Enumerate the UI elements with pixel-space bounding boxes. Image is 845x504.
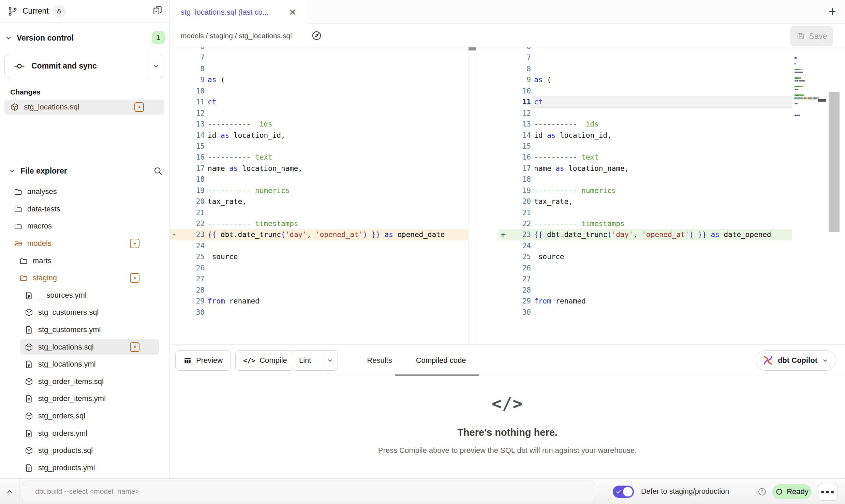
code-line-10[interactable]: 10 [499, 86, 792, 97]
code-line-25[interactable]: 25 source [499, 251, 792, 262]
code-line-30[interactable]: 30 [499, 307, 792, 318]
code-line-10[interactable]: 10 [170, 86, 475, 97]
code-line-16[interactable]: 16---------- text [170, 152, 475, 163]
diff-panel-original[interactable]: 6789as (1011ct1213---------- ids14id as … [170, 47, 475, 345]
file-row-models[interactable]: models [0, 235, 164, 252]
tab-compiled-code[interactable]: Compiled code [402, 345, 480, 376]
code-line-18[interactable]: 18 [170, 174, 475, 185]
code-line-30[interactable]: 30 [170, 307, 475, 318]
code-line-28[interactable]: 28 [170, 285, 475, 296]
code-line-8[interactable]: 8 [499, 63, 792, 74]
file-row-stg-products-yml[interactable]: stg_products.yml [0, 459, 164, 477]
expand-panel-chevron-up-icon[interactable] [5, 487, 14, 496]
code-line-9[interactable]: 9as ( [499, 74, 792, 85]
help-icon[interactable]: ? [757, 487, 767, 496]
file-row-stg-orders-yml[interactable]: stg_orders.yml [0, 425, 164, 442]
file-row-analyses[interactable]: analyses [0, 183, 164, 201]
window-scrollbar-thumb[interactable] [829, 92, 840, 232]
code-line-28[interactable]: 28 [499, 285, 792, 296]
file-row-stg-order-items-yml[interactable]: stg_order_items.yml [0, 390, 164, 407]
commit-and-sync-button[interactable]: Commit and sync [5, 54, 148, 78]
close-tab-icon[interactable]: ✕ [287, 7, 298, 17]
commit-options-dropdown[interactable] [148, 54, 164, 78]
code-line-14[interactable]: 14id as location_id, [170, 130, 475, 141]
code-line-27[interactable]: 27 [170, 273, 475, 284]
code-line-22[interactable]: 22---------- timestamps [170, 218, 475, 229]
code-line-17[interactable]: 17name as location_name, [499, 163, 792, 174]
more-options-button[interactable]: ●●● [818, 483, 838, 501]
code-line-6[interactable]: 6 [499, 47, 792, 52]
code-line-14[interactable]: 14id as location_id, [499, 130, 792, 141]
code-line-29[interactable]: 29from renamed [499, 296, 792, 307]
new-tab-icon[interactable]: + [829, 5, 836, 18]
file-row-marts[interactable]: marts [0, 252, 164, 269]
code-line-26[interactable]: 26 [170, 263, 475, 273]
code-line-7[interactable]: 7 [170, 52, 475, 63]
code-line-24[interactable]: 24 [170, 240, 475, 251]
defer-toggle[interactable] [613, 486, 634, 498]
file-row-stg-customers-yml[interactable]: stg_customers.yml [0, 321, 164, 339]
code-line-23[interactable]: +23{{ dbt.date_trunc('day', 'opened_at')… [499, 229, 792, 240]
tab-stg-locations[interactable]: stg_locations.sql (last co... ✕ [170, 0, 306, 24]
file-row-stg-locations-yml[interactable]: stg_locations.yml [0, 356, 164, 373]
search-icon[interactable] [153, 166, 163, 176]
code-line-29[interactable]: 29from renamed [170, 296, 475, 307]
panel-scrollbar-track[interactable] [468, 47, 476, 345]
code-line-8[interactable]: 8 [170, 63, 475, 74]
code-line-7[interactable]: 7 [499, 52, 792, 63]
file-row-stg-customers-sql[interactable]: stg_customers.sql [0, 304, 164, 321]
file-row-stg-locations-sql[interactable]: stg_locations.sql [0, 338, 164, 356]
navigate-compass-icon[interactable] [311, 30, 322, 41]
code-line-27[interactable]: 27 [499, 273, 792, 284]
code-line-19[interactable]: 19---------- numerics [499, 185, 792, 196]
code-line-17[interactable]: 17name as location_name, [170, 163, 475, 174]
code-line-11[interactable]: 11ct [170, 97, 475, 107]
code-line-20[interactable]: 20tax_rate, [499, 196, 792, 207]
code-line-15[interactable]: 15 [170, 141, 475, 152]
preview-button[interactable]: Preview [175, 350, 231, 371]
code-line-13[interactable]: 13---------- ids [170, 119, 475, 130]
save-button[interactable]: Save [790, 26, 833, 46]
diff-marker [170, 152, 179, 163]
code-line-18[interactable]: 18 [499, 174, 792, 185]
file-row-stg-products-sql[interactable]: stg_products.sql [0, 442, 164, 459]
command-input[interactable]: dbt build --select <model_name> [22, 480, 595, 502]
resize-handle[interactable] [818, 99, 826, 102]
file-explorer-header[interactable]: File explorer [0, 163, 170, 179]
code-line-21[interactable]: 21 [170, 207, 475, 218]
code-line-23[interactable]: -23{{ dbt.date_trunc('day', 'opened_at')… [170, 229, 475, 240]
editor-minimap[interactable] [793, 48, 819, 122]
code-line-9[interactable]: 9as ( [170, 74, 475, 85]
diff-panel-modified[interactable]: 6789as (1011ct1213---------- ids14id as … [499, 47, 792, 345]
compile-button[interactable]: </> Compile [235, 350, 295, 371]
dbt-copilot-button[interactable]: dbt Copilot [756, 350, 836, 371]
file-row--sources-yml[interactable]: __sources.yml [0, 287, 164, 304]
code-line-15[interactable]: 15 [499, 141, 792, 152]
file-row-data-tests[interactable]: data-tests [0, 201, 164, 218]
file-row-stg-order-items-sql[interactable]: stg_order_items.sql [0, 373, 164, 390]
code-line-26[interactable]: 26 [499, 263, 792, 273]
code-line-25[interactable]: 25 source [170, 251, 475, 262]
code-line-13[interactable]: 13---------- ids [499, 119, 792, 130]
file-row-macros[interactable]: macros [0, 218, 164, 235]
code-line-6[interactable]: 6 [170, 47, 475, 52]
code-line-16[interactable]: 16---------- text [499, 152, 792, 163]
file-row-staging[interactable]: staging [0, 269, 164, 287]
code-line-12[interactable]: 12 [170, 108, 475, 119]
code-line-11[interactable]: 11ct [499, 97, 792, 107]
tab-results[interactable]: Results [359, 345, 400, 376]
code-line-22[interactable]: 22---------- timestamps [499, 218, 792, 229]
panel-scrollbar-thumb[interactable] [469, 47, 476, 50]
changed-file-row[interactable]: stg_locations.sql [4, 100, 164, 115]
lint-options-dropdown[interactable] [322, 351, 338, 370]
duplicate-file-icon[interactable] [152, 5, 163, 16]
code-line-12[interactable]: 12 [499, 108, 792, 119]
code-line-24[interactable]: 24 [499, 240, 792, 251]
code-line-20[interactable]: 20tax_rate, [170, 196, 475, 207]
code-line-21[interactable]: 21 [499, 207, 792, 218]
lint-button[interactable]: Lint [292, 351, 318, 370]
file-row-stg-orders-sql[interactable]: stg_orders.sql [0, 407, 164, 425]
code-line-19[interactable]: 19---------- numerics [170, 185, 475, 196]
version-control-header[interactable]: Version control 1 [4, 30, 165, 45]
status-badge[interactable]: Ready [772, 484, 812, 499]
